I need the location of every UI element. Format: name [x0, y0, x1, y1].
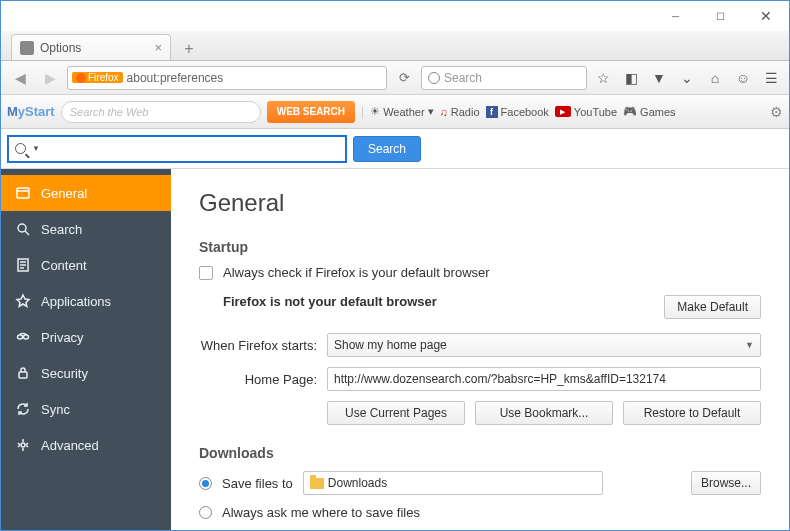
tab-options[interactable]: Options ×: [11, 34, 171, 60]
always-check-label: Always check if Firefox is your default …: [223, 265, 490, 280]
url-text: about:preferences: [127, 71, 224, 85]
category-sidebar: General Search Content Applications Priv…: [1, 169, 171, 530]
mystart-toolbar: MyStart Search the Web WEB SEARCH | ☀Wea…: [1, 95, 789, 129]
smiley-icon[interactable]: ☺: [731, 66, 755, 90]
games-icon: 🎮: [623, 105, 637, 118]
home-icon[interactable]: ⌂: [703, 66, 727, 90]
weather-link[interactable]: ☀Weather ▾: [370, 105, 433, 118]
sidebar-item-search[interactable]: Search: [1, 211, 171, 247]
gear-icon: [20, 41, 34, 55]
mystart-search-input[interactable]: Search the Web: [61, 101, 261, 123]
save-files-radio[interactable]: [199, 477, 212, 490]
new-tab-button[interactable]: +: [175, 38, 203, 60]
injected-search-input[interactable]: ▼: [7, 135, 347, 163]
svg-point-9: [24, 335, 29, 339]
always-check-checkbox[interactable]: [199, 266, 213, 280]
svg-rect-0: [17, 188, 29, 198]
games-link[interactable]: 🎮Games: [623, 105, 675, 118]
sidebar-item-sync[interactable]: Sync: [1, 391, 171, 427]
window-titlebar: ─ ☐ ✕: [1, 1, 789, 31]
when-starts-label: When Firefox starts:: [199, 338, 317, 353]
privacy-icon: [15, 329, 31, 345]
sidebar-item-content[interactable]: Content: [1, 247, 171, 283]
svg-line-3: [25, 231, 29, 235]
preferences-content: General Startup Always check if Firefox …: [171, 169, 789, 530]
chevron-down-icon[interactable]: ▼: [32, 144, 40, 153]
sync-icon: [15, 401, 31, 417]
when-starts-select[interactable]: Show my home page ▼: [327, 333, 761, 357]
folder-icon: [310, 478, 324, 489]
page-title: General: [199, 189, 761, 217]
always-ask-radio[interactable]: [199, 506, 212, 519]
search-icon: [15, 140, 30, 158]
search-icon: [15, 221, 31, 237]
youtube-icon: ▶: [555, 106, 571, 117]
downloads-icon[interactable]: ▼: [647, 66, 671, 90]
mystart-logo[interactable]: MyStart: [7, 104, 55, 119]
sidebar-item-general[interactable]: General: [1, 175, 171, 211]
sidebar-item-privacy[interactable]: Privacy: [1, 319, 171, 355]
restore-default-button[interactable]: Restore to Default: [623, 401, 761, 425]
lock-icon: [15, 365, 31, 381]
sidebar-item-security[interactable]: Security: [1, 355, 171, 391]
browser-search-box[interactable]: Search: [421, 66, 587, 90]
self-icon[interactable]: ◧: [619, 66, 643, 90]
bookmark-star-icon[interactable]: ☆: [591, 66, 615, 90]
facebook-link[interactable]: fFacebook: [486, 106, 549, 118]
facebook-icon: f: [486, 106, 498, 118]
identity-badge[interactable]: Firefox: [72, 72, 123, 83]
browse-button[interactable]: Browse...: [691, 471, 761, 495]
home-page-label: Home Page:: [199, 372, 317, 387]
search-placeholder: Search: [444, 71, 482, 85]
chevron-down-icon: ▼: [745, 340, 754, 350]
pocket-icon[interactable]: ⌄: [675, 66, 699, 90]
close-button[interactable]: ✕: [743, 2, 788, 31]
sidebar-item-applications[interactable]: Applications: [1, 283, 171, 319]
not-default-message: Firefox is not your default browser: [223, 294, 654, 309]
svg-point-8: [18, 335, 23, 339]
headphone-icon: ♫: [440, 106, 448, 118]
back-button[interactable]: ◀: [7, 65, 33, 91]
mystart-settings-icon[interactable]: ⚙: [770, 104, 783, 120]
tab-strip: Options × +: [1, 31, 789, 61]
content-icon: [15, 257, 31, 273]
applications-icon: [15, 293, 31, 309]
forward-button[interactable]: ▶: [37, 65, 63, 91]
svg-rect-10: [19, 372, 27, 378]
minimize-button[interactable]: ─: [653, 2, 698, 31]
preferences-main: General Search Content Applications Priv…: [1, 169, 789, 530]
sun-icon: ☀: [370, 105, 380, 118]
reload-button[interactable]: ⟳: [391, 70, 417, 85]
downloads-heading: Downloads: [199, 445, 761, 461]
downloads-folder-field[interactable]: Downloads: [303, 471, 603, 495]
navigation-toolbar: ◀ ▶ Firefox about:preferences ⟳ Search ☆…: [1, 61, 789, 95]
radio-link[interactable]: ♫Radio: [440, 106, 480, 118]
sidebar-item-advanced[interactable]: Advanced: [1, 427, 171, 463]
tab-label: Options: [40, 41, 81, 55]
startup-heading: Startup: [199, 239, 761, 255]
save-files-label: Save files to: [222, 476, 293, 491]
always-ask-label: Always ask me where to save files: [222, 505, 420, 520]
youtube-link[interactable]: ▶YouTube: [555, 106, 617, 118]
general-icon: [15, 185, 31, 201]
use-current-pages-button[interactable]: Use Current Pages: [327, 401, 465, 425]
svg-point-2: [18, 224, 26, 232]
make-default-button[interactable]: Make Default: [664, 295, 761, 319]
menu-icon[interactable]: ☰: [759, 66, 783, 90]
injected-search-button[interactable]: Search: [353, 136, 421, 162]
use-bookmark-button[interactable]: Use Bookmark...: [475, 401, 613, 425]
home-page-input[interactable]: http://www.dozensearch.com/?babsrc=HP_km…: [327, 367, 761, 391]
web-search-button[interactable]: WEB SEARCH: [267, 101, 355, 123]
url-bar[interactable]: Firefox about:preferences: [67, 66, 387, 90]
injected-search-bar: ▼ Search: [1, 129, 789, 169]
svg-point-11: [21, 443, 25, 447]
maximize-button[interactable]: ☐: [698, 2, 743, 31]
close-tab-icon[interactable]: ×: [154, 40, 162, 55]
advanced-icon: [15, 437, 31, 453]
